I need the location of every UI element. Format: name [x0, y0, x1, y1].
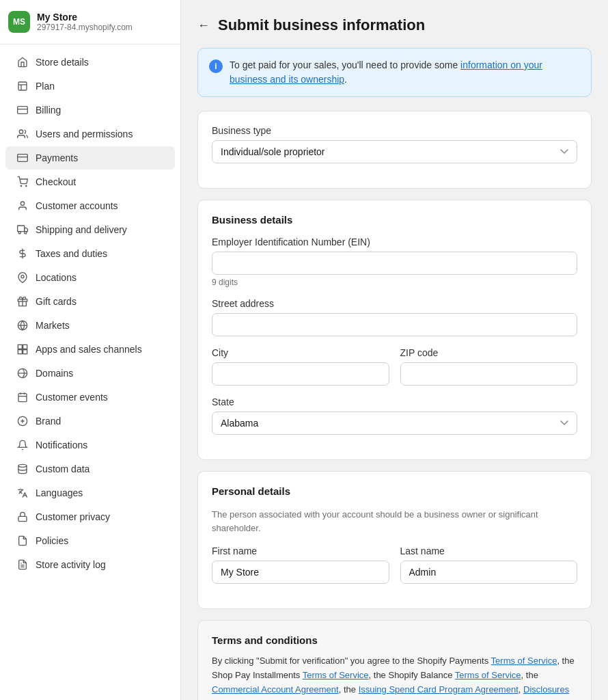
commercial-account-link[interactable]: Commercial Account Agreement [212, 684, 339, 695]
sidebar-label: Store activity log [36, 559, 106, 570]
street-address-group: Street address [212, 298, 577, 336]
taxes-icon [16, 247, 29, 260]
sidebar-label: Locations [36, 272, 77, 283]
store-avatar: MS [8, 11, 30, 33]
sidebar-item-checkout[interactable]: Checkout [5, 170, 175, 193]
zip-code-group: ZIP code [400, 347, 578, 386]
state-group: State Alabama Alaska Arizona Arkansas Ca… [212, 396, 577, 435]
sidebar-item-notifications[interactable]: Notifications [5, 433, 175, 457]
store-url: 297917-84.myshopify.com [37, 23, 133, 32]
sidebar-item-apps-sales-channels[interactable]: Apps and sales channels [5, 338, 175, 361]
personal-details-title: Personal details [212, 485, 577, 497]
info-icon: i [209, 59, 223, 73]
tos-link-3[interactable]: Terms of Service [455, 670, 521, 680]
sidebar-label: Policies [36, 535, 68, 546]
svg-point-31 [18, 464, 27, 467]
sidebar-item-store-details[interactable]: Store details [5, 51, 175, 74]
ein-group: Employer Identification Number (EIN) 9 d… [212, 237, 577, 287]
languages-icon [16, 487, 29, 499]
svg-point-9 [26, 185, 27, 186]
customer-events-icon [16, 391, 29, 403]
last-name-label: Last name [400, 546, 578, 556]
terms-paragraph-1: By clicking "Submit for verification" yo… [212, 654, 577, 700]
store-details-icon [16, 56, 29, 68]
city-input[interactable] [212, 362, 389, 386]
zip-code-input[interactable] [400, 362, 578, 386]
back-button[interactable]: ← [197, 18, 210, 33]
users-icon [16, 128, 29, 140]
svg-rect-0 [18, 82, 27, 90]
billing-icon [16, 104, 29, 116]
sidebar-item-shipping-delivery[interactable]: Shipping and delivery [5, 218, 175, 241]
terms-card: Terms and conditions By clicking "Submit… [197, 620, 592, 700]
issuing-spend-link[interactable]: Issuing Spend Card Program Agreement [359, 684, 519, 695]
svg-rect-21 [23, 345, 27, 349]
sidebar-item-markets[interactable]: Markets [5, 314, 175, 337]
sidebar-item-taxes-duties[interactable]: Taxes and duties [5, 242, 175, 265]
ein-input[interactable] [212, 252, 577, 275]
sidebar-item-users-permissions[interactable]: Users and permissions [5, 122, 175, 146]
notifications-icon [16, 439, 29, 451]
sidebar-item-policies[interactable]: Policies [5, 529, 175, 552]
plan-icon [16, 80, 29, 92]
sidebar-label: Brand [36, 416, 61, 427]
first-name-input[interactable] [212, 561, 389, 584]
store-name: My Store [37, 12, 133, 23]
disclosures-link[interactable]: Disclosures [523, 684, 569, 695]
sidebar-label: Plan [36, 81, 55, 92]
custom-data-icon [16, 463, 29, 475]
business-type-select[interactable]: Individual/sole proprietor LLC Corporati… [212, 140, 577, 163]
svg-point-13 [25, 232, 27, 234]
svg-point-5 [19, 130, 23, 133]
svg-rect-23 [18, 350, 22, 354]
sidebar-item-gift-cards[interactable]: Gift cards [5, 290, 175, 313]
sidebar-header: MS My Store 297917-84.myshopify.com [0, 0, 180, 44]
sidebar-item-customer-accounts[interactable]: Customer accounts [5, 194, 175, 217]
tos-link-2[interactable]: Terms of Service [303, 670, 369, 680]
sidebar-label: Apps and sales channels [36, 344, 142, 355]
brand-icon [16, 415, 29, 427]
business-type-card: Business type Individual/sole proprietor… [197, 111, 592, 189]
sidebar-item-domains[interactable]: Domains [5, 362, 175, 385]
sidebar-item-store-activity-log[interactable]: Store activity log [5, 553, 175, 576]
personal-details-description: The person associated with your account … [212, 508, 577, 535]
name-row: First name Last name [212, 546, 577, 595]
sidebar-label: Customer privacy [36, 511, 110, 522]
sidebar-item-custom-data[interactable]: Custom data [5, 457, 175, 481]
info-banner: i To get paid for your sales, you'll nee… [197, 48, 592, 97]
personal-details-card: Personal details The person associated w… [197, 471, 592, 609]
sidebar: MS My Store 297917-84.myshopify.com Stor… [0, 0, 181, 700]
sidebar-item-billing[interactable]: Billing [5, 98, 175, 122]
svg-point-15 [21, 275, 24, 278]
ein-label: Employer Identification Number (EIN) [212, 237, 577, 247]
ein-hint: 9 digits [212, 278, 577, 287]
zip-code-label: ZIP code [400, 347, 578, 358]
locations-icon [16, 271, 29, 284]
sidebar-label: Domains [36, 368, 73, 379]
terms-title: Terms and conditions [212, 634, 577, 646]
sidebar-label: Taxes and duties [36, 248, 107, 259]
sidebar-item-plan[interactable]: Plan [5, 75, 175, 98]
sidebar-item-languages[interactable]: Languages [5, 481, 175, 504]
markets-icon [16, 319, 29, 332]
svg-rect-26 [18, 394, 27, 402]
apps-icon [16, 343, 29, 355]
sidebar-item-customer-events[interactable]: Customer events [5, 386, 175, 409]
info-link[interactable]: information on your business and its own… [230, 59, 542, 85]
business-details-card: Business details Employer Identification… [197, 200, 592, 460]
sidebar-label: Store details [36, 57, 89, 68]
city-zip-row: City ZIP code [212, 347, 577, 396]
tos-link-1[interactable]: Terms of Service [491, 656, 557, 666]
sidebar-item-locations[interactable]: Locations [5, 266, 175, 289]
shipping-icon [16, 224, 29, 236]
last-name-input[interactable] [400, 561, 578, 584]
state-select[interactable]: Alabama Alaska Arizona Arkansas Californ… [212, 412, 577, 435]
street-address-input[interactable] [212, 313, 577, 336]
sidebar-label: Customer accounts [36, 200, 118, 211]
sidebar-label: Markets [36, 320, 70, 331]
first-name-group: First name [212, 546, 389, 584]
city-label: City [212, 347, 389, 358]
sidebar-item-brand[interactable]: Brand [5, 409, 175, 433]
sidebar-item-customer-privacy[interactable]: Customer privacy [5, 505, 175, 528]
sidebar-item-payments[interactable]: Payments [5, 146, 175, 170]
